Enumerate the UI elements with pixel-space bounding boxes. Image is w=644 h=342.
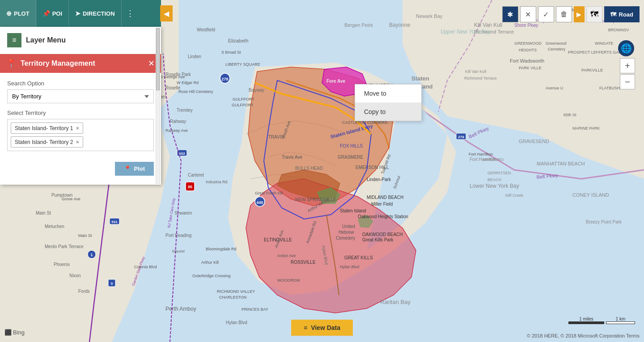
svg-text:Bergen Point: Bergen Point (344, 22, 373, 28)
more-menu-btn[interactable]: ⋮ (122, 0, 139, 27)
svg-text:278: 278 (221, 77, 228, 81)
view-data-btn[interactable]: ≡ View Data (291, 320, 353, 336)
svg-text:Richmond Terrace: Richmond Terrace (464, 76, 497, 80)
svg-text:Cemetery: Cemetery (336, 236, 355, 241)
plot-btn-icon: 📍 (124, 165, 131, 172)
poi-icon: 📌 (42, 10, 50, 17)
context-menu-copy-to[interactable]: Copy to (355, 103, 421, 121)
svg-text:Newark Bay: Newark Bay (416, 13, 443, 19)
bing-logo: ⬛ Bing (4, 329, 25, 336)
svg-text:WINGATE: WINGATE (595, 41, 613, 46)
direction-icon: ➤ (75, 10, 80, 17)
svg-text:Rahway: Rahway (170, 119, 186, 124)
scale-bar: 1 miles 1 km (568, 317, 635, 324)
collapse-panel-btn[interactable]: ◀ (160, 5, 173, 21)
territory-list: Staten Island- Territory 1 × Staten Isla… (7, 119, 154, 151)
svg-text:Fore Ave: Fore Ave (326, 79, 345, 84)
svg-text:Lower New York Bay: Lower New York Bay (470, 183, 519, 189)
plot-toolbar-btn[interactable]: ⊕ PLOT (0, 0, 36, 27)
svg-text:Rose Hill Cemetery: Rose Hill Cemetery (178, 89, 213, 94)
svg-text:GULFPORT: GULFPORT (233, 97, 254, 101)
context-menu: Move to Copy to (355, 84, 422, 121)
svg-text:BROWNSV: BROWNSV (608, 28, 629, 32)
svg-text:Hylan Blvd: Hylan Blvd (340, 265, 359, 269)
svg-text:Great Fresh Kill: Great Fresh Kill (255, 191, 283, 195)
road-label: Road (619, 11, 634, 18)
layer-panel: ≡ Layer Menu 📍 Territory Management ✕ Se… (0, 27, 161, 185)
svg-text:LIBERTY SQUARE: LIBERTY SQUARE (225, 62, 260, 67)
svg-text:Carteret: Carteret (188, 173, 204, 177)
svg-text:Tremley: Tremley (177, 108, 193, 113)
svg-text:Kill Van Kull: Kill Van Kull (465, 69, 486, 74)
territory-close-btn[interactable]: ✕ (148, 59, 155, 68)
svg-text:OAKWOOD BEACH: OAKWOOD BEACH (362, 232, 403, 237)
svg-text:St George Ave: St George Ave (159, 75, 185, 79)
svg-text:Port Reading: Port Reading (165, 233, 191, 238)
svg-text:ROSSVILLE: ROSSVILLE (291, 260, 316, 265)
top-right-toolbar: ✱ ✕ ✓ 🗑 ▶ 🗺 🗺 Road (502, 6, 640, 22)
direction-toolbar-btn[interactable]: ➤ DIRECTION (69, 0, 122, 27)
svg-text:Hebrew: Hebrew (339, 230, 354, 235)
svg-text:Fords: Fords (78, 289, 90, 294)
svg-text:Sewaren: Sewaren (174, 211, 192, 215)
map-tool-trash-btn[interactable]: 🗑 (556, 6, 572, 22)
territory-tag-2-text: Staten Island- Territory 2 (15, 139, 73, 145)
svg-text:Fort Wadsworth: Fort Wadsworth (510, 58, 544, 63)
svg-text:440: 440 (256, 200, 263, 205)
svg-text:Staten: Staten (411, 75, 429, 82)
road-view-btn[interactable]: 🗺 Road (604, 6, 640, 22)
territory-list-scrollbar[interactable] (156, 28, 160, 184)
svg-text:W Edgar Rd: W Edgar Rd (177, 80, 199, 85)
svg-text:RICHMOND VALLEY: RICHMOND VALLEY (217, 289, 255, 294)
copyright-text: © 2018 HERE, © 2018 Microsoft Corporatio… (527, 333, 640, 338)
svg-text:Perth Amboy: Perth Amboy (165, 306, 196, 312)
search-option-select[interactable]: By Territory By Name By ZIP (7, 89, 154, 103)
layer-menu-header: ≡ Layer Menu (0, 27, 161, 54)
territory-tag-2[interactable]: Staten Island- Territory 2 × (11, 136, 83, 148)
territory-tag-1[interactable]: Staten Island- Territory 1 × (11, 122, 83, 134)
map-tool-close-btn[interactable]: ✕ (520, 6, 536, 22)
svg-text:FOX HILLS: FOX HILLS (340, 144, 363, 148)
layers-icon: ≡ (12, 36, 16, 44)
svg-text:GRAVESEND: GRAVESEND (519, 139, 549, 144)
svg-text:9: 9 (111, 282, 113, 286)
globe-compass-icon[interactable]: 🌐 (618, 40, 634, 56)
svg-text:1: 1 (90, 253, 93, 257)
expand-right-btn[interactable]: ▶ (574, 6, 585, 22)
map-tool-check-btn[interactable]: ✓ (538, 6, 554, 22)
svg-text:Shore Pkwy: Shore Pkwy (514, 23, 538, 28)
svg-text:95: 95 (188, 185, 192, 189)
territory-tag-1-remove[interactable]: × (76, 125, 80, 131)
scale-km: 1 km (616, 317, 626, 321)
poi-toolbar-btn[interactable]: 📌 POI (36, 0, 69, 27)
svg-text:MIDLAND BEACH: MIDLAND BEACH (367, 195, 403, 200)
svg-text:GREAT KILLS: GREAT KILLS (344, 255, 373, 260)
plot-button[interactable]: 📍 Plot (115, 162, 154, 176)
zoom-out-btn[interactable]: − (620, 74, 635, 89)
plot-label: PLOT (14, 10, 30, 17)
svg-text:Industria Rd: Industria Rd (206, 180, 228, 184)
top-toolbar: ⊕ PLOT 📌 POI ➤ DIRECTION ⋮ (0, 0, 161, 27)
view-data-label: View Data (311, 324, 340, 331)
zoom-in-btn[interactable]: + (620, 58, 635, 73)
poi-label: POI (52, 10, 62, 17)
bing-icon: ⬛ (4, 329, 12, 336)
territory-icon: 📍 (6, 59, 16, 68)
svg-text:Metuchen: Metuchen (45, 224, 64, 229)
svg-text:GERRITSEN: GERRITSEN (487, 171, 511, 175)
svg-text:Greenwood: Greenwood (546, 41, 567, 46)
svg-text:GREENWOOD: GREENWOOD (514, 41, 542, 46)
map-tool-asterisk-btn[interactable]: ✱ (502, 6, 518, 22)
territory-tag-1-text: Staten Island- Territory 1 (15, 125, 73, 131)
zoom-controls: + − (620, 58, 635, 89)
scrollbar-thumb (156, 28, 160, 90)
svg-text:Cemetery: Cemetery (548, 47, 566, 51)
svg-text:Phoenix: Phoenix (54, 262, 70, 267)
territory-tag-2-remove[interactable]: × (76, 139, 80, 145)
map-thumbnail-btn[interactable]: 🗺 (586, 6, 602, 22)
svg-text:Bloomingdale Rd: Bloomingdale Rd (206, 247, 237, 251)
svg-text:Grove Ave: Grove Ave (62, 197, 80, 201)
svg-text:Staten Island: Staten Island (340, 208, 366, 213)
context-menu-move-to[interactable]: Move to (355, 84, 421, 103)
view-data-icon: ≡ (304, 324, 307, 331)
